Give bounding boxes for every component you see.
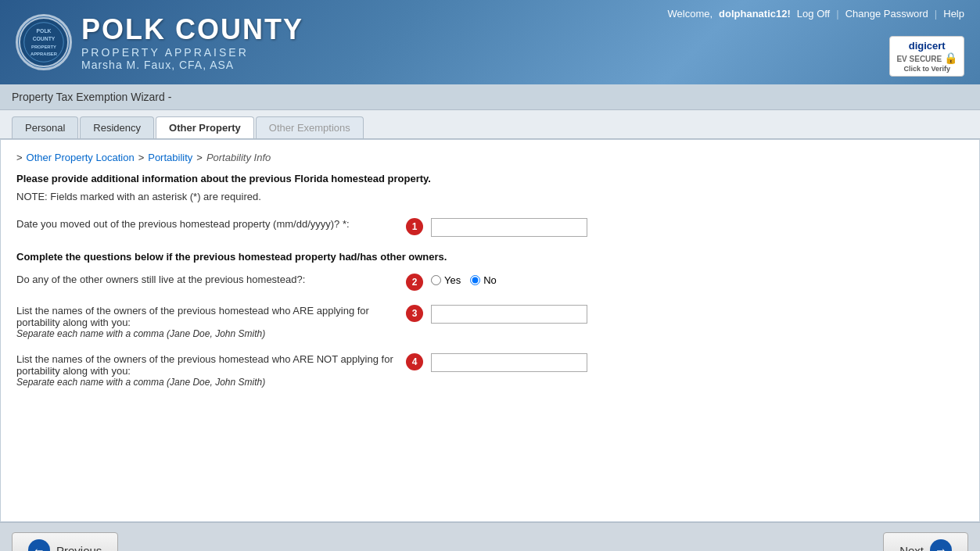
- header-name: Marsha M. Faux, CFA, ASA: [81, 59, 303, 71]
- form-label-area-2: Do any of the other owners still live at…: [16, 274, 423, 291]
- form-label-1: Date you moved out of the previous homes…: [16, 218, 401, 230]
- previous-arrow-icon: ←: [28, 539, 50, 551]
- breadcrumb-arrow3: >: [196, 152, 203, 163]
- label-with-sub-3: List the names of the owners of the prev…: [16, 305, 401, 339]
- content-area: > Other Property Location > Portability …: [0, 139, 980, 522]
- form-label-2: Do any of the other owners still live at…: [16, 274, 401, 285]
- form-description: Please provide additional information ab…: [16, 173, 964, 184]
- svg-text:POLK: POLK: [37, 28, 52, 34]
- breadcrumb-link1[interactable]: Other Property Location: [27, 152, 135, 163]
- help-link[interactable]: Help: [943, 8, 964, 20]
- date-input[interactable]: [431, 218, 587, 237]
- breadcrumb-arrow2: >: [138, 152, 145, 163]
- section-bold: Complete the questions below if the prev…: [16, 251, 964, 263]
- digicert-logo: digicert: [909, 40, 946, 52]
- step-badge-4: 4: [406, 353, 423, 370]
- main-container: Property Tax Exemption Wizard - Personal…: [0, 84, 980, 551]
- radio-no[interactable]: [470, 275, 480, 285]
- logo-circle: POLK COUNTY PROPERTY APPRAISER: [16, 14, 72, 70]
- step-badge-1: 1: [406, 218, 423, 235]
- form-label-4: List the names of the owners of the prev…: [16, 353, 401, 377]
- click-to-verify-text: Click to Verify: [903, 65, 950, 73]
- radio-yes-text: Yes: [444, 274, 461, 286]
- radio-yes-label[interactable]: Yes: [431, 274, 461, 286]
- are-applying-input[interactable]: [431, 305, 587, 324]
- radio-group-2: Yes No: [431, 274, 497, 286]
- digicert-badge[interactable]: digicert EV SECURE 🔒 Click to Verify: [889, 36, 964, 77]
- header-main-title: POLK COUNTY: [81, 13, 303, 46]
- footer: ← Previous Next →: [0, 522, 980, 551]
- welcome-text: Welcome,: [668, 8, 713, 20]
- label-with-sub-4: List the names of the owners of the prev…: [16, 353, 401, 388]
- logout-link[interactable]: Log Off: [797, 8, 830, 20]
- step-badge-2: 2: [406, 274, 423, 291]
- form-label-4-sub: Separate each name with a comma (Jane Do…: [16, 377, 401, 388]
- next-arrow-icon: →: [930, 539, 952, 551]
- breadcrumb-arrow1: >: [16, 152, 23, 163]
- previous-button[interactable]: ← Previous: [12, 532, 118, 551]
- form-note: NOTE: Fields marked with an asterisk (*)…: [16, 191, 964, 202]
- svg-text:PROPERTY: PROPERTY: [31, 45, 56, 49]
- tab-other-property[interactable]: Other Property: [156, 116, 254, 138]
- radio-yes[interactable]: [431, 275, 441, 285]
- ev-secure-text: EV SECURE 🔒: [896, 52, 957, 65]
- breadcrumb-current: Portability Info: [206, 152, 271, 163]
- tab-residency[interactable]: Residency: [80, 116, 154, 138]
- are-not-applying-input[interactable]: [431, 353, 587, 372]
- title-bar: Property Tax Exemption Wizard -: [0, 84, 980, 110]
- next-label: Next: [899, 544, 924, 552]
- header-title-block: POLK COUNTY PROPERTY APPRAISER Marsha M.…: [81, 13, 303, 71]
- svg-text:APPRAISER: APPRAISER: [31, 52, 58, 56]
- step-badge-3: 3: [406, 305, 423, 322]
- tabs-bar: Personal Residency Other Property Other …: [0, 110, 980, 139]
- page-header: POLK COUNTY PROPERTY APPRAISER POLK COUN…: [0, 0, 980, 84]
- header-top-bar: Welcome, dolphanatic12! Log Off | Change…: [668, 8, 964, 20]
- svg-text:COUNTY: COUNTY: [33, 36, 56, 41]
- change-password-link[interactable]: Change Password: [845, 8, 928, 20]
- next-button[interactable]: Next →: [883, 532, 968, 551]
- breadcrumb-link2[interactable]: Portability: [148, 152, 192, 163]
- form-label-3-sub: Separate each name with a comma (Jane Do…: [16, 328, 401, 339]
- form-label-area-3: List the names of the owners of the prev…: [16, 305, 423, 339]
- header-subtitle: PROPERTY APPRAISER: [81, 46, 303, 59]
- previous-label: Previous: [56, 544, 102, 552]
- title-bar-text: Property Tax Exemption Wizard -: [12, 91, 171, 103]
- form-row-3: List the names of the owners of the prev…: [16, 305, 964, 339]
- logo-area: POLK COUNTY PROPERTY APPRAISER POLK COUN…: [16, 13, 303, 71]
- form-label-area-1: Date you moved out of the previous homes…: [16, 218, 423, 235]
- tab-personal[interactable]: Personal: [12, 116, 78, 138]
- form-row-2: Do any of the other owners still live at…: [16, 274, 964, 291]
- form-row-4: List the names of the owners of the prev…: [16, 353, 964, 388]
- form-row-1: Date you moved out of the previous homes…: [16, 218, 964, 237]
- radio-no-label[interactable]: No: [470, 274, 497, 286]
- breadcrumb: > Other Property Location > Portability …: [16, 152, 964, 163]
- svg-point-0: [20, 18, 68, 66]
- username: dolphanatic12!: [719, 8, 791, 20]
- form-label-area-4: List the names of the owners of the prev…: [16, 353, 423, 388]
- tab-other-exemptions: Other Exemptions: [256, 116, 364, 138]
- radio-no-text: No: [483, 274, 497, 286]
- form-label-3: List the names of the owners of the prev…: [16, 305, 401, 328]
